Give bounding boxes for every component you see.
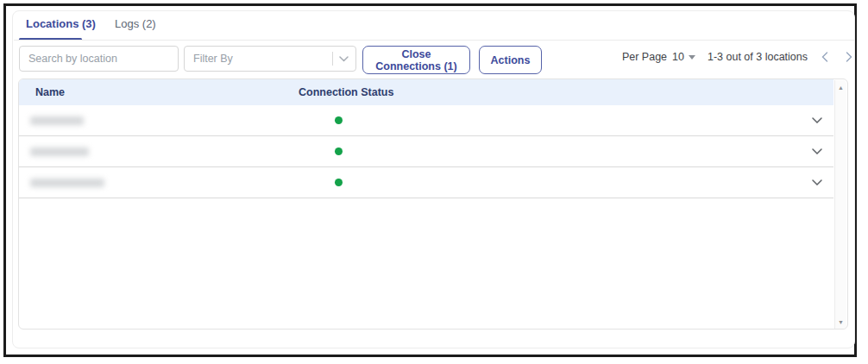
scroll-up-icon[interactable]: ▲ bbox=[835, 82, 846, 93]
redacted-location-name bbox=[30, 116, 84, 125]
redacted-location-name bbox=[30, 147, 89, 156]
table-row[interactable] bbox=[19, 136, 833, 167]
table-header: Name Connection Status bbox=[19, 79, 833, 105]
filter-dropdown[interactable]: Filter By bbox=[184, 46, 356, 72]
prev-page-button[interactable] bbox=[820, 52, 830, 62]
row-expand-chevron-icon[interactable] bbox=[812, 148, 822, 154]
status-dot bbox=[335, 116, 343, 124]
tab-locations[interactable]: Locations (3) bbox=[26, 17, 96, 30]
filter-divider bbox=[332, 52, 333, 66]
next-page-button[interactable] bbox=[844, 52, 854, 62]
chevron-down-icon[interactable] bbox=[339, 56, 349, 62]
table-row[interactable] bbox=[19, 167, 833, 198]
table-row[interactable] bbox=[19, 105, 833, 136]
status-dot bbox=[335, 147, 343, 155]
per-page-label: Per Page bbox=[622, 51, 667, 63]
column-header-name: Name bbox=[35, 86, 65, 98]
table-body bbox=[19, 105, 833, 198]
screenshot-stage: Locations (3) Logs (2) Filter By Close C… bbox=[0, 0, 868, 364]
pagination-bar: Per Page 10 1-3 out of 3 locations bbox=[622, 49, 854, 65]
row-expand-chevron-icon[interactable] bbox=[812, 117, 822, 123]
tabbar-divider bbox=[14, 40, 854, 41]
locations-table: Name Connection Status ▲ ▼ bbox=[18, 78, 848, 329]
redacted-location-name bbox=[30, 179, 104, 187]
pagination-range-text: 1-3 out of 3 locations bbox=[708, 51, 808, 63]
actions-button[interactable]: Actions bbox=[479, 46, 542, 74]
table-scrollbar[interactable]: ▲ ▼ bbox=[834, 80, 846, 329]
row-expand-chevron-icon[interactable] bbox=[812, 179, 822, 185]
per-page-caret-icon[interactable] bbox=[689, 55, 695, 60]
search-input[interactable] bbox=[19, 46, 179, 72]
column-header-connection-status: Connection Status bbox=[299, 86, 393, 98]
filter-placeholder: Filter By bbox=[185, 53, 332, 65]
tab-logs[interactable]: Logs (2) bbox=[115, 17, 156, 30]
close-connections-button[interactable]: Close Connections (1) bbox=[362, 46, 470, 74]
status-dot bbox=[335, 179, 343, 186]
per-page-value[interactable]: 10 bbox=[672, 51, 684, 63]
scroll-down-icon[interactable]: ▼ bbox=[835, 317, 846, 328]
